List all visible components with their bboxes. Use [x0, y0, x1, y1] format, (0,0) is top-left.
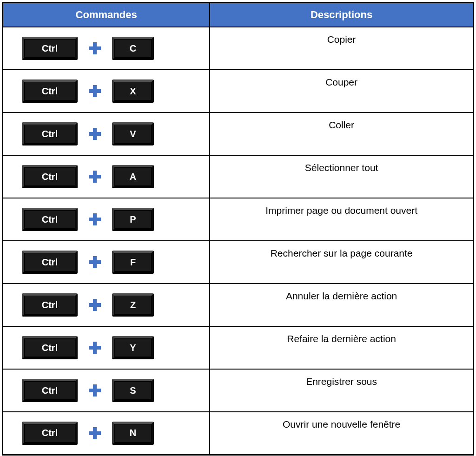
table-row: CtrlASélectionner tout: [3, 155, 474, 198]
svg-rect-9: [89, 218, 101, 221]
key-combo: CtrlA: [13, 165, 200, 188]
key-letter: F: [112, 251, 154, 274]
key-ctrl: Ctrl: [22, 379, 78, 402]
header-descriptions: Descriptions: [210, 3, 473, 27]
table-row: CtrlCCopier: [3, 27, 474, 70]
key-ctrl: Ctrl: [22, 251, 78, 274]
plus-icon: [88, 341, 102, 355]
key-ctrl: Ctrl: [22, 165, 78, 188]
description-cell: Copier: [210, 27, 473, 70]
plus-icon: [88, 298, 102, 312]
key-combo: CtrlC: [13, 37, 200, 60]
key-combo: CtrlS: [13, 379, 200, 402]
table-row: CtrlVColler: [3, 112, 474, 155]
key-ctrl: Ctrl: [22, 293, 78, 317]
key-combo: CtrlX: [13, 79, 200, 103]
table-row: CtrlSEnregistrer sous: [3, 369, 474, 412]
plus-icon: [88, 170, 102, 184]
description-cell: Rechercher sur la page courante: [210, 241, 473, 284]
key-letter: Z: [112, 293, 154, 317]
description-cell: Refaire la dernière action: [210, 326, 473, 369]
command-cell: CtrlN: [3, 412, 210, 455]
key-combo: CtrlP: [13, 208, 200, 231]
key-combo: CtrlF: [13, 251, 200, 274]
table-row: CtrlXCouper: [3, 70, 474, 112]
header-commands: Commandes: [3, 3, 210, 27]
command-cell: CtrlA: [3, 155, 210, 198]
table-row: CtrlNOuvrir une nouvelle fenêtre: [3, 412, 474, 455]
key-combo: CtrlV: [13, 122, 200, 145]
key-ctrl: Ctrl: [22, 79, 78, 103]
key-letter: P: [112, 208, 154, 231]
key-letter: C: [112, 37, 154, 60]
plus-icon: [88, 127, 102, 141]
key-combo: CtrlY: [13, 336, 200, 359]
key-letter: A: [112, 165, 154, 188]
command-cell: CtrlF: [3, 241, 210, 284]
description-cell: Annuler la dernière action: [210, 284, 473, 326]
key-letter: N: [112, 422, 154, 445]
svg-rect-7: [89, 175, 101, 178]
shortcuts-table: Commandes Descriptions CtrlCCopierCtrlXC…: [2, 2, 474, 456]
table-row: CtrlYRefaire la dernière action: [3, 326, 474, 369]
plus-icon: [88, 383, 102, 397]
description-cell: Couper: [210, 70, 473, 112]
table-row: CtrlZAnnuler la dernière action: [3, 284, 474, 326]
key-ctrl: Ctrl: [22, 122, 78, 145]
key-letter: X: [112, 79, 154, 103]
description-cell: Imprimer page ou document ouvert: [210, 198, 473, 241]
key-letter: Y: [112, 336, 154, 359]
key-letter: V: [112, 122, 154, 145]
key-combo: CtrlZ: [13, 293, 200, 317]
command-cell: CtrlC: [3, 27, 210, 70]
svg-rect-17: [89, 389, 101, 392]
description-cell: Ouvrir une nouvelle fenêtre: [210, 412, 473, 455]
command-cell: CtrlV: [3, 112, 210, 155]
plus-icon: [88, 212, 102, 226]
table-row: CtrlFRechercher sur la page courante: [3, 241, 474, 284]
command-cell: CtrlZ: [3, 284, 210, 326]
key-ctrl: Ctrl: [22, 37, 78, 60]
svg-rect-5: [89, 132, 101, 136]
svg-rect-1: [89, 46, 101, 50]
plus-icon: [88, 255, 102, 269]
command-cell: CtrlP: [3, 198, 210, 241]
command-cell: CtrlS: [3, 369, 210, 412]
key-ctrl: Ctrl: [22, 336, 78, 359]
description-cell: Enregistrer sous: [210, 369, 473, 412]
svg-rect-3: [89, 89, 101, 93]
command-cell: CtrlY: [3, 326, 210, 369]
table-row: CtrlPImprimer page ou document ouvert: [3, 198, 474, 241]
plus-icon: [88, 426, 102, 440]
svg-rect-15: [89, 346, 101, 350]
description-cell: Sélectionner tout: [210, 155, 473, 198]
svg-rect-13: [89, 303, 101, 307]
svg-rect-19: [89, 431, 101, 435]
key-combo: CtrlN: [13, 422, 200, 445]
plus-icon: [88, 84, 102, 98]
key-ctrl: Ctrl: [22, 422, 78, 445]
svg-rect-11: [89, 260, 101, 264]
description-cell: Coller: [210, 112, 473, 155]
plus-icon: [88, 41, 102, 55]
key-letter: S: [112, 379, 154, 402]
command-cell: CtrlX: [3, 70, 210, 112]
key-ctrl: Ctrl: [22, 208, 78, 231]
